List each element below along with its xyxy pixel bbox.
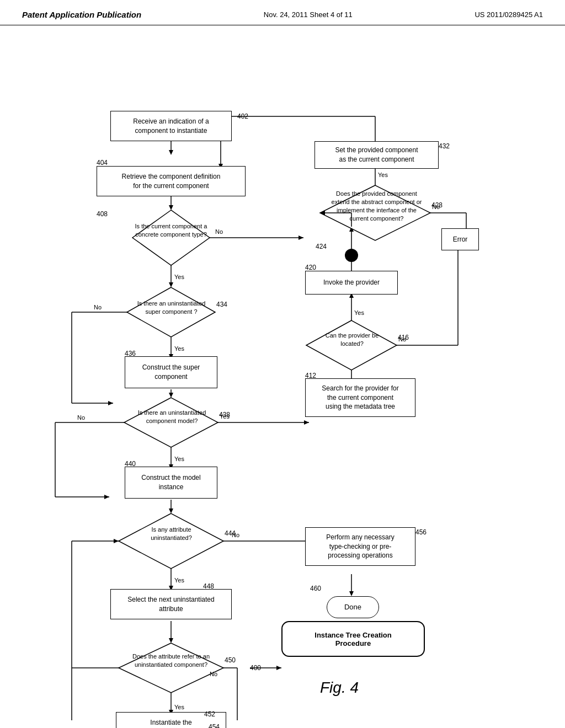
- diamond-438-label: Is there an uninstantiated component mod…: [132, 409, 211, 425]
- box-420: Invoke the provider: [305, 271, 398, 295]
- header-center: Nov. 24, 2011 Sheet 4 of 11: [264, 10, 353, 19]
- svg-marker-17: [108, 401, 113, 405]
- svg-text:416: 416: [398, 334, 409, 341]
- svg-marker-72: [349, 227, 354, 232]
- svg-marker-78: [320, 211, 325, 215]
- svg-text:Yes: Yes: [354, 309, 364, 316]
- box-done: Done: [327, 596, 379, 618]
- svg-text:No: No: [210, 671, 217, 677]
- ref-404: 404: [97, 159, 108, 167]
- svg-text:438: 438: [219, 411, 230, 419]
- fig-label: Fig. 4: [320, 679, 359, 697]
- svg-marker-8: [127, 287, 215, 337]
- svg-text:460: 460: [310, 585, 321, 592]
- ref-454: 454: [209, 723, 220, 728]
- svg-text:450: 450: [225, 656, 236, 664]
- ref-420: 420: [305, 264, 316, 271]
- svg-text:Yes: Yes: [174, 274, 184, 280]
- svg-text:Yes: Yes: [378, 172, 388, 178]
- box-412: Search for the provider for the current …: [305, 378, 415, 417]
- ref-448: 448: [203, 582, 214, 590]
- ref-436: 436: [125, 350, 136, 357]
- diamond-408-label: Is the current component a concrete comp…: [131, 222, 211, 239]
- svg-marker-100: [304, 420, 309, 425]
- merge-424: [345, 249, 358, 262]
- ref-400: 400: [250, 664, 261, 672]
- header-right: US 2011/0289425 A1: [475, 10, 543, 19]
- ref-408: 408: [97, 210, 108, 218]
- ref-456: 456: [415, 528, 427, 536]
- ref-440: 440: [125, 460, 136, 468]
- ref-432: 432: [439, 142, 450, 150]
- svg-text:424: 424: [316, 243, 327, 250]
- svg-text:Yes: Yes: [220, 413, 230, 420]
- diagram-area: Yes 434 Yes No 438 Yes No: [0, 25, 565, 720]
- box-404: Retrieve the component definition for th…: [97, 166, 246, 196]
- svg-marker-1: [169, 150, 173, 155]
- svg-marker-4: [132, 210, 210, 265]
- svg-marker-6: [169, 282, 173, 287]
- diamond-428-label: Does the provided component extend the a…: [331, 190, 422, 222]
- svg-marker-58: [349, 348, 354, 353]
- svg-marker-41: [169, 638, 173, 643]
- svg-marker-55: [299, 235, 303, 240]
- svg-text:Yes: Yes: [174, 456, 184, 462]
- svg-marker-42: [119, 643, 223, 693]
- svg-text:Yes: Yes: [174, 704, 184, 710]
- header-left: Patent Application Publication: [22, 10, 141, 19]
- diamond-450-label: Does the attribute refer to an uninstant…: [127, 652, 215, 669]
- svg-marker-32: [119, 513, 223, 569]
- svg-text:Yes: Yes: [174, 577, 184, 584]
- box-402: Receive an indication of a component to …: [110, 111, 232, 141]
- page-header: Patent Application Publication Nov. 24, …: [0, 0, 565, 25]
- svg-text:Yes: Yes: [174, 345, 184, 352]
- svg-marker-91: [349, 591, 354, 596]
- box-448: Select the next uninstantiated attribute: [110, 589, 232, 619]
- diamond-444-label: Is any attribute uninstantiated?: [134, 526, 209, 542]
- svg-text:No: No: [398, 336, 406, 342]
- svg-marker-74: [320, 185, 430, 240]
- instance-tree-box: Instance Tree Creation Procedure: [281, 621, 425, 657]
- box-432: Set the provided component as the curren…: [315, 141, 439, 169]
- ref-412: 412: [305, 372, 316, 379]
- svg-text:No: No: [232, 532, 239, 538]
- svg-marker-3: [169, 205, 173, 210]
- svg-text:No: No: [77, 414, 85, 421]
- box-error: Error: [441, 228, 479, 250]
- svg-marker-59: [306, 320, 397, 370]
- svg-marker-94: [276, 666, 281, 670]
- svg-text:No: No: [432, 204, 440, 210]
- svg-marker-19: [169, 393, 173, 398]
- svg-marker-98: [114, 539, 119, 543]
- svg-marker-31: [169, 508, 173, 513]
- svg-text:444: 444: [225, 529, 236, 537]
- ref-452: 452: [204, 710, 215, 718]
- diamond-416-label: Can the provider be located?: [319, 331, 385, 348]
- box-440: Construct the model instance: [125, 467, 217, 499]
- diagram-svg: Yes 434 Yes No 438 Yes No: [0, 25, 565, 720]
- box-456: Perform any necessary type-checking or p…: [305, 527, 415, 566]
- ref-402: 402: [237, 113, 248, 120]
- svg-text:434: 434: [216, 301, 227, 308]
- svg-text:No: No: [94, 304, 102, 311]
- svg-marker-29: [104, 495, 109, 499]
- svg-text:No: No: [215, 228, 223, 235]
- svg-text:428: 428: [431, 201, 443, 209]
- diamond-434-label: Is there an uninstantiated super compone…: [137, 299, 206, 316]
- svg-marker-20: [124, 398, 218, 447]
- box-436: Construct the super component: [125, 356, 217, 388]
